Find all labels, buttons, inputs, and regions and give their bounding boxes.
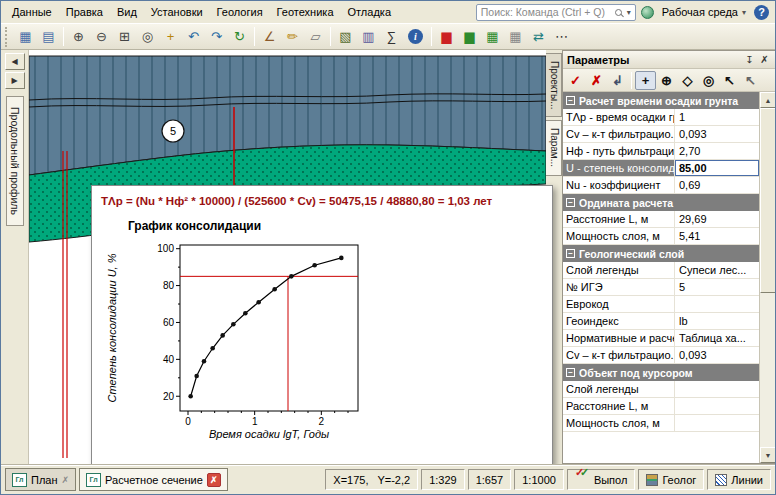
chart-green-icon[interactable]: ▆ xyxy=(458,26,481,47)
property-value[interactable]: 0,093 xyxy=(675,347,759,363)
zoom-all-icon[interactable]: ◎ xyxy=(136,26,159,47)
toolbar-separator xyxy=(63,27,64,46)
property-value[interactable]: lb xyxy=(675,313,759,329)
layers-icon[interactable]: ▧ xyxy=(334,26,357,47)
property-label: Нормативные и расче... xyxy=(563,330,675,346)
command-search-input[interactable]: Поиск: Команда (Ctrl + Q) ▾ xyxy=(476,4,636,21)
close-icon[interactable]: ✗ xyxy=(757,53,772,67)
menu-item-5[interactable]: Геология xyxy=(210,2,270,22)
history-icon[interactable]: ↲ xyxy=(607,71,628,90)
menu-item-7[interactable]: Отладка xyxy=(341,2,398,22)
scroll-up-icon[interactable]: ▲ xyxy=(760,92,776,108)
sheet-window-icon[interactable]: ▤ xyxy=(37,26,60,47)
pencil-icon[interactable]: ✏ xyxy=(281,26,304,47)
scale-vertical-text: 1:657 xyxy=(476,474,504,486)
refresh-icon[interactable]: ↻ xyxy=(228,26,251,47)
apply-icon[interactable]: ✓ xyxy=(565,71,586,90)
panel-tab-1[interactable]: Проекты... xyxy=(546,53,562,117)
pointer-icon[interactable]: ↖ xyxy=(719,71,740,90)
scale-vertical[interactable]: 1:657 xyxy=(468,469,512,490)
property-value[interactable]: 5,41 xyxy=(675,228,759,244)
scrollbar-track[interactable] xyxy=(760,108,776,447)
status-geologia[interactable]: Геолог xyxy=(638,469,704,490)
grid-section-header[interactable]: −Расчет времени осадки грунта xyxy=(563,92,759,109)
node-icon[interactable]: ◇ xyxy=(677,71,698,90)
collapse-icon[interactable]: − xyxy=(566,249,575,258)
workspace-selector[interactable]: Рабочая среда ▾ xyxy=(659,4,749,20)
info-icon[interactable]: i xyxy=(408,29,423,44)
grid-section-header[interactable]: −Объект под курсором xyxy=(563,364,759,381)
scrollbar-thumb[interactable] xyxy=(760,108,776,293)
previous-view-icon[interactable]: ↶ xyxy=(182,26,205,47)
property-value[interactable]: 85,00 xyxy=(675,160,759,176)
notebook-icon[interactable]: ▥ xyxy=(357,26,380,47)
close-tab-icon[interactable]: ✗ xyxy=(207,473,221,487)
capture-icon[interactable]: ◎ xyxy=(698,71,719,90)
scale-plan-text: 1:1000 xyxy=(522,474,556,486)
sync-arrows-icon[interactable]: ⇄ xyxy=(527,26,550,47)
collapse-icon[interactable]: − xyxy=(566,368,575,377)
property-value[interactable] xyxy=(675,398,759,414)
pan-icon[interactable]: + xyxy=(159,26,182,47)
view-tab-2[interactable]: ГлРасчетное сечение✗ xyxy=(79,468,228,491)
panel-tab-2[interactable]: Парам... xyxy=(546,120,562,175)
property-value[interactable]: 2,70 xyxy=(675,143,759,159)
property-value[interactable]: 5 xyxy=(675,279,759,295)
menu-item-6[interactable]: Геотехника xyxy=(270,2,341,22)
crosshair-icon[interactable]: + xyxy=(635,71,656,90)
next-view-icon[interactable]: ↷ xyxy=(205,26,228,47)
collapse-icon[interactable]: − xyxy=(566,96,575,105)
grid-section-header[interactable]: −Ордината расчета xyxy=(563,194,759,211)
pointer-alt-icon[interactable]: ↖ xyxy=(740,71,761,90)
consolidation-curve xyxy=(191,258,342,396)
property-value[interactable] xyxy=(675,296,759,312)
property-row: Нормативные и расче...Таблица ха... xyxy=(563,330,759,347)
report-window-icon[interactable]: ▦ xyxy=(14,26,37,47)
view-tab-1[interactable]: ГлПлан✗ xyxy=(5,468,76,491)
menu-item-3[interactable]: Вид xyxy=(110,2,144,22)
toolbar-handle[interactable] xyxy=(5,27,10,47)
collapse-left-button[interactable]: ◀ xyxy=(5,53,25,70)
menu-item-4[interactable]: Установки xyxy=(144,2,210,22)
menu-item-1[interactable]: Данные xyxy=(5,2,59,22)
grid-scrollbar[interactable]: ▲ ▼ xyxy=(759,92,776,463)
view-tab-label: Расчетное сечение xyxy=(105,474,203,486)
grid-section-header[interactable]: −Геологический слой xyxy=(563,245,759,262)
scroll-down-icon[interactable]: ▼ xyxy=(760,447,776,463)
property-value[interactable]: 29,69 xyxy=(675,211,759,227)
cancel-icon[interactable]: ✗ xyxy=(586,71,607,90)
table-gray-icon[interactable]: ▦ xyxy=(504,26,527,47)
y-tick-label: 80 xyxy=(163,280,175,291)
measure-icon[interactable]: ∠ xyxy=(258,26,281,47)
help-button[interactable]: ? xyxy=(754,5,769,20)
pin-icon[interactable]: ↧ xyxy=(742,53,757,67)
zoom-in-icon[interactable]: ⊕ xyxy=(67,26,90,47)
eraser-icon[interactable]: ▱ xyxy=(304,26,327,47)
property-value[interactable]: 1 xyxy=(675,109,759,125)
property-row: Cv – к-т фильтрацио...0,093 xyxy=(563,126,759,143)
property-value[interactable]: 0,093 xyxy=(675,126,759,142)
tab-longitudinal-profile[interactable]: Продольный профиль xyxy=(6,96,24,226)
sum-icon[interactable]: ∑ xyxy=(380,26,403,47)
chart-red-icon[interactable]: ▆ xyxy=(435,26,458,47)
property-value[interactable]: Таблица ха... xyxy=(675,330,759,346)
property-row: Расстояние L, м xyxy=(563,398,759,415)
menu-item-2[interactable]: Правка xyxy=(59,2,110,22)
property-value[interactable]: 0,69 xyxy=(675,177,759,193)
property-label: Мощность слоя, м xyxy=(563,415,675,431)
status-linii[interactable]: Линии xyxy=(707,469,771,490)
zoom-out-icon[interactable]: ⊖ xyxy=(90,26,113,47)
target-icon[interactable]: ⊕ xyxy=(656,71,677,90)
expand-left-button[interactable]: ▶ xyxy=(5,72,25,89)
property-value[interactable] xyxy=(675,415,759,431)
scale-plan[interactable]: 1:1000 xyxy=(514,469,564,490)
property-value[interactable]: Супеси лес... xyxy=(675,262,759,278)
close-tab-icon[interactable]: ✗ xyxy=(62,475,70,485)
scale-horizontal[interactable]: 1:329 xyxy=(421,469,465,490)
more-options-icon[interactable]: ⋯ xyxy=(550,26,573,47)
collapse-icon[interactable]: − xyxy=(566,198,575,207)
table-green-icon[interactable]: ▦ xyxy=(481,26,504,47)
property-value[interactable] xyxy=(675,381,759,397)
zoom-window-icon[interactable]: ⊞ xyxy=(113,26,136,47)
status-vypolnenie[interactable]: Выпол xyxy=(567,469,636,490)
